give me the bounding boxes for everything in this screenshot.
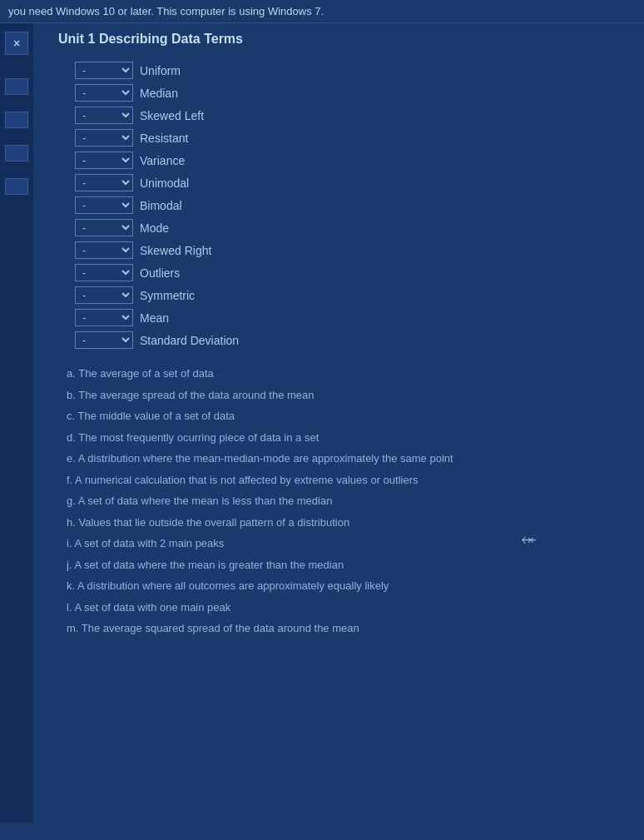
definition-item-f: f. A numerical calculation that is not a… bbox=[67, 472, 627, 489]
definition-item-b: b. The average spread of the data around… bbox=[67, 387, 627, 404]
dropdown-item-2: -abcdefghijklmMedian bbox=[75, 84, 627, 102]
dropdown-select-8[interactable]: -abcdefghijklm bbox=[75, 219, 133, 236]
dropdown-select-9[interactable]: -abcdefghijklm bbox=[75, 241, 133, 259]
dropdown-label-9: Skewed Right bbox=[140, 244, 211, 257]
dropdown-item-11: -abcdefghijklmSymmetric bbox=[75, 286, 627, 304]
dropdown-select-5[interactable]: -abcdefghijklm bbox=[75, 152, 133, 169]
top-bar: you need Windows 10 or later. This compu… bbox=[0, 0, 644, 23]
dropdown-item-5: -abcdefghijklmVariance bbox=[75, 152, 627, 169]
close-icon: × bbox=[13, 37, 20, 50]
definition-item-g: g. A set of data where the mean is less … bbox=[67, 493, 627, 509]
definition-item-h: h. Values that lie outside the overall p… bbox=[67, 514, 627, 531]
left-icon-2 bbox=[5, 112, 28, 128]
definition-item-e: e. A distribution where the mean-median-… bbox=[67, 450, 627, 467]
dropdown-select-11[interactable]: -abcdefghijklm bbox=[75, 286, 133, 304]
definitions-list: a. The average of a set of datab. The av… bbox=[67, 365, 627, 637]
close-button[interactable]: × bbox=[5, 32, 28, 55]
definition-item-a: a. The average of a set of data bbox=[67, 365, 627, 382]
dropdown-label-7: Bimodal bbox=[140, 199, 182, 212]
dropdown-list: -abcdefghijklmUniform-abcdefghijklmMedia… bbox=[75, 62, 627, 349]
dropdown-select-1[interactable]: -abcdefghijklm bbox=[75, 62, 133, 79]
dropdown-item-10: -abcdefghijklmOutliers bbox=[75, 264, 627, 281]
dropdown-item-9: -abcdefghijklmSkewed Right bbox=[75, 241, 627, 259]
content-area: Unit 1 Describing Data Terms -abcdefghij… bbox=[33, 23, 644, 823]
dropdown-item-6: -abcdefghijklmUnimodal bbox=[75, 174, 627, 191]
definition-item-l: l. A set of data with one main peak bbox=[67, 599, 627, 616]
definition-item-j: j. A set of data where the mean is great… bbox=[67, 557, 627, 574]
dropdown-label-4: Resistant bbox=[140, 132, 188, 145]
page-title: Unit 1 Describing Data Terms bbox=[58, 32, 627, 47]
cursor-icon: ⬾ bbox=[521, 533, 536, 550]
left-panel: × bbox=[0, 23, 33, 823]
dropdown-select-4[interactable]: -abcdefghijklm bbox=[75, 129, 133, 147]
dropdown-item-12: -abcdefghijklmMean bbox=[75, 309, 627, 326]
dropdown-label-12: Mean bbox=[140, 311, 169, 325]
dropdown-item-1: -abcdefghijklmUniform bbox=[75, 62, 627, 79]
definition-item-i: i. A set of data with 2 main peaks bbox=[67, 535, 627, 552]
dropdown-label-10: Outliers bbox=[140, 266, 180, 280]
dropdown-label-13: Standard Deviation bbox=[140, 334, 239, 347]
definition-item-k: k. A distribution where all outcomes are… bbox=[67, 578, 627, 594]
dropdown-label-8: Mode bbox=[140, 221, 169, 235]
dropdown-item-13: -abcdefghijklmStandard Deviation bbox=[75, 331, 627, 349]
definition-item-d: d. The most frequently ocurring piece of… bbox=[67, 430, 627, 446]
dropdown-label-1: Uniform bbox=[140, 64, 181, 77]
definition-item-c: c. The middle value of a set of data bbox=[67, 408, 627, 425]
dropdown-select-12[interactable]: -abcdefghijklm bbox=[75, 309, 133, 326]
dropdown-item-4: -abcdefghijklmResistant bbox=[75, 129, 627, 147]
dropdown-item-8: -abcdefghijklmMode bbox=[75, 219, 627, 236]
dropdown-select-2[interactable]: -abcdefghijklm bbox=[75, 84, 133, 102]
dropdown-select-6[interactable]: -abcdefghijklm bbox=[75, 174, 133, 191]
dropdown-select-3[interactable]: -abcdefghijklm bbox=[75, 107, 133, 124]
dropdown-label-5: Variance bbox=[140, 154, 185, 167]
left-icon-4 bbox=[5, 178, 28, 195]
left-icon-3 bbox=[5, 145, 28, 162]
dropdown-select-13[interactable]: -abcdefghijklm bbox=[75, 331, 133, 349]
dropdown-label-11: Symmetric bbox=[140, 289, 195, 302]
dropdown-select-10[interactable]: -abcdefghijklm bbox=[75, 264, 133, 281]
definition-item-m: m. The average squared spread of the dat… bbox=[67, 620, 627, 637]
top-bar-text: you need Windows 10 or later. This compu… bbox=[8, 5, 324, 17]
dropdown-select-7[interactable]: -abcdefghijklm bbox=[75, 196, 133, 214]
left-icon-1 bbox=[5, 78, 28, 95]
dropdown-label-2: Median bbox=[140, 87, 178, 100]
dropdown-label-6: Unimodal bbox=[140, 176, 189, 190]
dropdown-label-3: Skewed Left bbox=[140, 109, 204, 122]
dropdown-item-3: -abcdefghijklmSkewed Left bbox=[75, 107, 627, 124]
dropdown-item-7: -abcdefghijklmBimodal bbox=[75, 196, 627, 214]
